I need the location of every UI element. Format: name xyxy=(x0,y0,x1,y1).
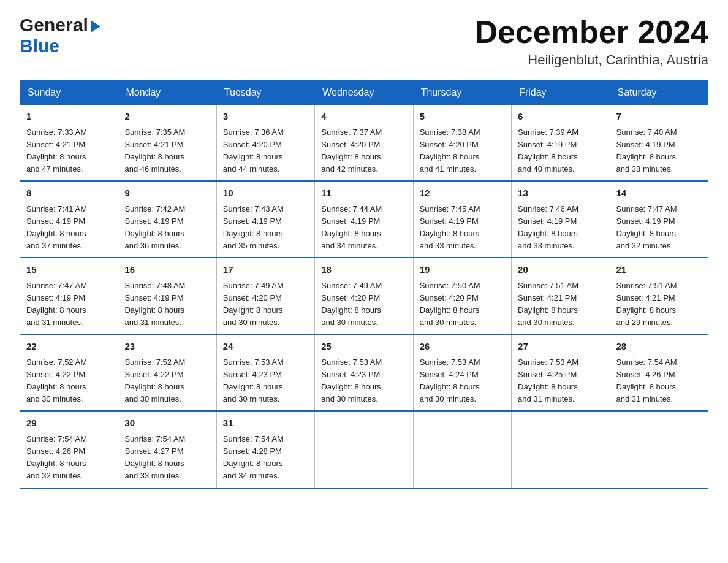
day-number: 18 xyxy=(321,263,406,277)
cell-info: Sunrise: 7:37 AMSunset: 4:20 PMDaylight:… xyxy=(321,128,382,174)
day-number: 6 xyxy=(518,110,603,124)
logo: General Blue xyxy=(20,15,100,56)
col-saturday: Saturday xyxy=(610,81,708,105)
table-row: 19 Sunrise: 7:50 AMSunset: 4:20 PMDaylig… xyxy=(413,258,511,334)
table-row: 11 Sunrise: 7:44 AMSunset: 4:19 PMDaylig… xyxy=(315,181,413,258)
table-row: 8 Sunrise: 7:41 AMSunset: 4:19 PMDayligh… xyxy=(20,181,118,258)
table-row: 2 Sunrise: 7:35 AMSunset: 4:21 PMDayligh… xyxy=(118,105,216,182)
table-row xyxy=(512,411,610,488)
cell-info: Sunrise: 7:53 AMSunset: 4:23 PMDaylight:… xyxy=(321,358,382,404)
table-row: 12 Sunrise: 7:45 AMSunset: 4:19 PMDaylig… xyxy=(413,181,511,258)
col-thursday: Thursday xyxy=(413,81,511,105)
table-row xyxy=(315,411,413,488)
day-number: 1 xyxy=(26,110,112,124)
cell-info: Sunrise: 7:50 AMSunset: 4:20 PMDaylight:… xyxy=(420,281,480,327)
table-row: 22 Sunrise: 7:52 AMSunset: 4:22 PMDaylig… xyxy=(20,334,118,411)
day-number: 15 xyxy=(26,263,112,277)
table-row: 26 Sunrise: 7:53 AMSunset: 4:24 PMDaylig… xyxy=(413,334,511,411)
table-row: 10 Sunrise: 7:43 AMSunset: 4:19 PMDaylig… xyxy=(216,181,314,258)
table-row: 30 Sunrise: 7:54 AMSunset: 4:27 PMDaylig… xyxy=(118,411,216,488)
cell-info: Sunrise: 7:43 AMSunset: 4:19 PMDaylight:… xyxy=(223,204,284,250)
calendar-header-row: Sunday Monday Tuesday Wednesday Thursday… xyxy=(20,81,708,105)
calendar-week-row: 15 Sunrise: 7:47 AMSunset: 4:19 PMDaylig… xyxy=(20,258,708,334)
table-row: 28 Sunrise: 7:54 AMSunset: 4:26 PMDaylig… xyxy=(610,334,708,411)
day-number: 30 xyxy=(124,416,210,431)
table-row xyxy=(610,411,708,488)
table-row: 24 Sunrise: 7:53 AMSunset: 4:23 PMDaylig… xyxy=(216,334,314,411)
cell-info: Sunrise: 7:54 AMSunset: 4:26 PMDaylight:… xyxy=(26,434,87,480)
calendar-table: Sunday Monday Tuesday Wednesday Thursday… xyxy=(20,80,708,488)
calendar-week-row: 8 Sunrise: 7:41 AMSunset: 4:19 PMDayligh… xyxy=(20,181,708,258)
col-wednesday: Wednesday xyxy=(315,81,413,105)
day-number: 21 xyxy=(616,263,702,277)
day-number: 19 xyxy=(420,263,505,277)
cell-info: Sunrise: 7:52 AMSunset: 4:22 PMDaylight:… xyxy=(124,358,185,404)
day-number: 10 xyxy=(223,186,308,201)
cell-info: Sunrise: 7:45 AMSunset: 4:19 PMDaylight:… xyxy=(420,204,480,250)
cell-info: Sunrise: 7:42 AMSunset: 4:19 PMDaylight:… xyxy=(124,204,185,250)
table-row: 18 Sunrise: 7:49 AMSunset: 4:20 PMDaylig… xyxy=(315,258,413,334)
table-row: 3 Sunrise: 7:36 AMSunset: 4:20 PMDayligh… xyxy=(216,105,314,182)
table-row: 13 Sunrise: 7:46 AMSunset: 4:19 PMDaylig… xyxy=(512,181,610,258)
table-row: 17 Sunrise: 7:49 AMSunset: 4:20 PMDaylig… xyxy=(216,258,314,334)
cell-info: Sunrise: 7:40 AMSunset: 4:19 PMDaylight:… xyxy=(616,128,677,174)
cell-info: Sunrise: 7:49 AMSunset: 4:20 PMDaylight:… xyxy=(223,281,284,327)
day-number: 29 xyxy=(26,416,112,431)
day-number: 11 xyxy=(321,186,406,201)
cell-info: Sunrise: 7:38 AMSunset: 4:20 PMDaylight:… xyxy=(420,128,480,174)
cell-info: Sunrise: 7:44 AMSunset: 4:19 PMDaylight:… xyxy=(321,204,382,250)
day-number: 13 xyxy=(518,186,603,201)
table-row: 27 Sunrise: 7:53 AMSunset: 4:25 PMDaylig… xyxy=(512,334,610,411)
table-row: 23 Sunrise: 7:52 AMSunset: 4:22 PMDaylig… xyxy=(118,334,216,411)
col-monday: Monday xyxy=(118,81,216,105)
cell-info: Sunrise: 7:48 AMSunset: 4:19 PMDaylight:… xyxy=(124,281,185,327)
cell-info: Sunrise: 7:39 AMSunset: 4:19 PMDaylight:… xyxy=(518,128,578,174)
table-row xyxy=(413,411,511,488)
table-row: 9 Sunrise: 7:42 AMSunset: 4:19 PMDayligh… xyxy=(118,181,216,258)
cell-info: Sunrise: 7:53 AMSunset: 4:24 PMDaylight:… xyxy=(420,358,480,404)
day-number: 23 xyxy=(124,340,210,354)
table-row: 4 Sunrise: 7:37 AMSunset: 4:20 PMDayligh… xyxy=(315,105,413,182)
cell-info: Sunrise: 7:35 AMSunset: 4:21 PMDaylight:… xyxy=(124,128,185,174)
logo-blue-text: Blue xyxy=(20,36,59,56)
table-row: 5 Sunrise: 7:38 AMSunset: 4:20 PMDayligh… xyxy=(413,105,511,182)
day-number: 9 xyxy=(124,186,210,201)
cell-info: Sunrise: 7:33 AMSunset: 4:21 PMDaylight:… xyxy=(26,128,87,174)
cell-info: Sunrise: 7:47 AMSunset: 4:19 PMDaylight:… xyxy=(26,281,87,327)
day-number: 5 xyxy=(420,110,505,124)
table-row: 31 Sunrise: 7:54 AMSunset: 4:28 PMDaylig… xyxy=(216,411,314,488)
day-number: 28 xyxy=(616,340,702,354)
logo-general-text: General xyxy=(20,15,88,36)
cell-info: Sunrise: 7:51 AMSunset: 4:21 PMDaylight:… xyxy=(518,281,578,327)
day-number: 22 xyxy=(26,340,112,354)
day-number: 20 xyxy=(518,263,603,277)
cell-info: Sunrise: 7:47 AMSunset: 4:19 PMDaylight:… xyxy=(616,204,677,250)
logo-arrow-icon xyxy=(91,20,100,33)
calendar-week-row: 1 Sunrise: 7:33 AMSunset: 4:21 PMDayligh… xyxy=(20,105,708,182)
table-row: 20 Sunrise: 7:51 AMSunset: 4:21 PMDaylig… xyxy=(512,258,610,334)
day-number: 4 xyxy=(321,110,406,124)
day-number: 12 xyxy=(420,186,505,201)
table-row: 25 Sunrise: 7:53 AMSunset: 4:23 PMDaylig… xyxy=(315,334,413,411)
day-number: 27 xyxy=(518,340,603,354)
location-text: Heiligenblut, Carinthia, Austria xyxy=(474,52,708,68)
day-number: 24 xyxy=(223,340,308,354)
col-tuesday: Tuesday xyxy=(216,81,314,105)
cell-info: Sunrise: 7:53 AMSunset: 4:23 PMDaylight:… xyxy=(223,358,284,404)
month-title: December 2024 xyxy=(474,15,708,50)
day-number: 3 xyxy=(223,110,308,124)
day-number: 17 xyxy=(223,263,308,277)
cell-info: Sunrise: 7:54 AMSunset: 4:26 PMDaylight:… xyxy=(616,358,677,404)
table-row: 21 Sunrise: 7:51 AMSunset: 4:21 PMDaylig… xyxy=(610,258,708,334)
cell-info: Sunrise: 7:53 AMSunset: 4:25 PMDaylight:… xyxy=(518,358,578,404)
cell-info: Sunrise: 7:51 AMSunset: 4:21 PMDaylight:… xyxy=(616,281,677,327)
day-number: 26 xyxy=(420,340,505,354)
table-row: 7 Sunrise: 7:40 AMSunset: 4:19 PMDayligh… xyxy=(610,105,708,182)
day-number: 31 xyxy=(223,416,308,431)
calendar-week-row: 29 Sunrise: 7:54 AMSunset: 4:26 PMDaylig… xyxy=(20,411,708,488)
cell-info: Sunrise: 7:54 AMSunset: 4:27 PMDaylight:… xyxy=(124,434,185,480)
day-number: 16 xyxy=(124,263,210,277)
table-row: 29 Sunrise: 7:54 AMSunset: 4:26 PMDaylig… xyxy=(20,411,118,488)
day-number: 7 xyxy=(616,110,702,124)
cell-info: Sunrise: 7:36 AMSunset: 4:20 PMDaylight:… xyxy=(223,128,284,174)
